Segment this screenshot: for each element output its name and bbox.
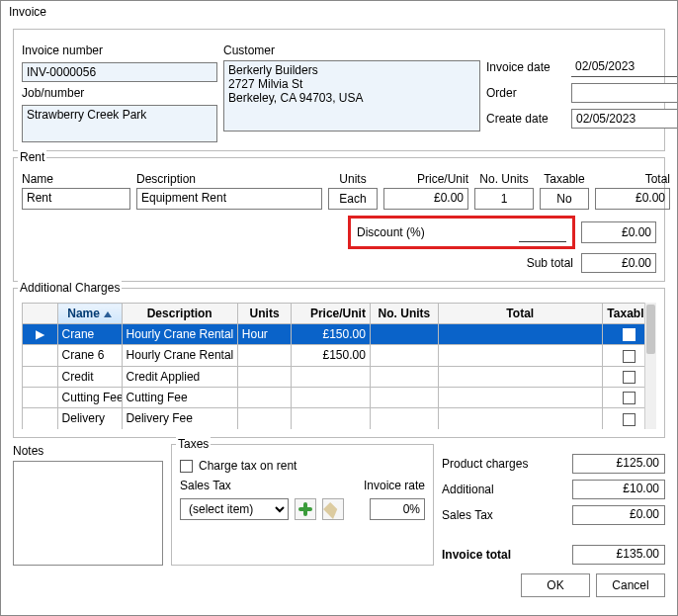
cell-total — [439, 387, 602, 407]
totals-sales-tax-label: Sales Tax — [442, 508, 572, 522]
rent-price[interactable]: £0.00 — [383, 188, 468, 210]
invoice-date-label: Invoice date — [486, 60, 565, 74]
rent-nounits[interactable]: 1 — [474, 188, 534, 210]
invoice-total-label: Invoice total — [442, 548, 572, 562]
additional-section-label: Additional Charges — [18, 281, 122, 295]
cell-units — [237, 366, 291, 387]
customer-line3: Berkeley, CA 94703, USA — [228, 91, 475, 105]
window-title: Invoice — [1, 1, 677, 23]
additional-hdr-name[interactable]: Name — [57, 304, 122, 324]
additional-label: Additional — [442, 483, 572, 496]
discount-input[interactable] — [519, 222, 566, 242]
additional-charges-group: Additional Charges Name Description Unit… — [13, 288, 665, 438]
additional-table-scroll[interactable]: Name Description Units Price/Unit No. Un… — [22, 303, 656, 429]
order-input[interactable] — [571, 83, 678, 103]
cell-units — [237, 387, 291, 407]
sales-tax-label: Sales Tax — [180, 479, 231, 492]
rent-hdr-description: Description — [136, 172, 322, 186]
charge-tax-checkbox[interactable] — [180, 460, 193, 473]
rent-units[interactable]: Each — [328, 188, 378, 210]
notes-label: Notes — [13, 444, 163, 458]
cell-description: Credit Applied — [122, 366, 237, 387]
cell-price: £150.00 — [292, 324, 371, 345]
cell-price — [292, 366, 371, 387]
customer-line1: Berkerly Builders — [228, 63, 475, 77]
taxable-checkbox[interactable] — [623, 413, 636, 426]
totals-group: Product charges £125.00 Additional £10.0… — [442, 444, 665, 566]
rent-taxable-button[interactable]: No — [540, 188, 589, 210]
notes-field[interactable] — [13, 461, 163, 566]
cell-price — [292, 387, 371, 407]
additional-value: £10.00 — [572, 480, 665, 499]
cell-nounits — [370, 324, 438, 345]
cell-nounits — [370, 366, 438, 387]
edit-button[interactable] — [322, 498, 344, 520]
row-indicator — [23, 387, 58, 407]
table-row[interactable]: CreditCredit Applied — [23, 366, 656, 387]
additional-hdr-total[interactable]: Total — [439, 304, 602, 324]
additional-hdr-nounits[interactable]: No. Units — [370, 304, 438, 324]
rent-hdr-total: Total — [595, 172, 670, 186]
ok-button[interactable]: OK — [521, 573, 590, 597]
sort-icon — [104, 311, 112, 317]
charge-tax-label: Charge tax on rent — [199, 459, 297, 473]
cell-description: Hourly Crane Rental — [122, 324, 237, 345]
taxable-checkbox[interactable] — [623, 328, 636, 341]
subtotal-value: £0.00 — [581, 253, 656, 273]
table-row[interactable]: Cutting FeeCutting Fee — [23, 387, 656, 407]
cell-price: £150.00 — [292, 345, 371, 366]
scrollbar[interactable] — [644, 303, 656, 429]
rent-group: Rent Name Description Units Price/Unit N… — [13, 157, 665, 282]
cell-nounits — [370, 345, 438, 366]
cell-name: Delivery — [57, 408, 122, 429]
cell-nounits — [370, 408, 438, 429]
table-row[interactable]: ▶CraneHourly Crane RentalHour£150.00 — [23, 324, 656, 345]
cell-total — [439, 408, 602, 429]
invoice-rate-value[interactable]: 0% — [370, 498, 425, 520]
add-button[interactable] — [295, 498, 316, 520]
row-indicator: ▶ — [23, 324, 58, 345]
row-indicator — [23, 345, 58, 366]
cell-total — [439, 345, 602, 366]
taxable-checkbox[interactable] — [623, 392, 636, 404]
pencil-icon — [323, 499, 343, 519]
scrollbar-thumb[interactable] — [646, 305, 655, 354]
header-group: Invoice number INV-0000056 Job/number St… — [13, 29, 665, 151]
product-charges-label: Product charges — [442, 457, 572, 471]
subtotal-label: Sub total — [527, 256, 573, 270]
customer-label: Customer — [223, 44, 480, 57]
sales-tax-select[interactable]: (select item) — [180, 498, 289, 520]
rent-description[interactable]: Equipment Rent — [136, 188, 322, 210]
invoice-number-value[interactable]: INV-0000056 — [22, 62, 217, 82]
invoice-date-value[interactable]: 02/05/2023 — [571, 57, 678, 77]
totals-sales-tax-value: £0.00 — [572, 505, 665, 525]
additional-hdr-price[interactable]: Price/Unit — [292, 304, 371, 324]
invoice-number-label: Invoice number — [22, 44, 217, 57]
cell-units — [237, 408, 291, 429]
job-number-value[interactable]: Strawberry Creek Park — [22, 105, 217, 142]
create-date-input[interactable] — [571, 109, 678, 129]
cancel-button[interactable]: Cancel — [596, 573, 665, 597]
invoice-rate-label: Invoice rate — [364, 479, 425, 492]
rent-hdr-taxable: Taxable — [540, 172, 589, 186]
additional-table: Name Description Units Price/Unit No. Un… — [22, 303, 656, 429]
additional-hdr-description[interactable]: Description — [122, 304, 237, 324]
cell-units: Hour — [237, 324, 291, 345]
rent-hdr-price: Price/Unit — [383, 172, 468, 186]
cell-nounits — [370, 387, 438, 407]
cell-total — [439, 324, 602, 345]
taxable-checkbox[interactable] — [623, 371, 636, 384]
customer-line2: 2727 Milvia St — [228, 77, 475, 91]
cell-description: Delivery Fee — [122, 408, 237, 429]
cell-description: Cutting Fee — [122, 387, 237, 407]
taxes-label: Taxes — [176, 437, 211, 451]
row-indicator — [23, 408, 58, 429]
taxable-checkbox[interactable] — [623, 350, 636, 363]
customer-address[interactable]: Berkerly Builders 2727 Milvia St Berkele… — [223, 60, 480, 132]
rent-section-label: Rent — [18, 150, 46, 164]
table-row[interactable]: DeliveryDelivery Fee — [23, 408, 656, 429]
additional-hdr-units[interactable]: Units — [237, 304, 291, 324]
table-row[interactable]: Crane 6Hourly Crane Rental£150.00 — [23, 345, 656, 366]
rent-hdr-name: Name — [22, 172, 130, 186]
rent-name[interactable]: Rent — [22, 188, 130, 210]
